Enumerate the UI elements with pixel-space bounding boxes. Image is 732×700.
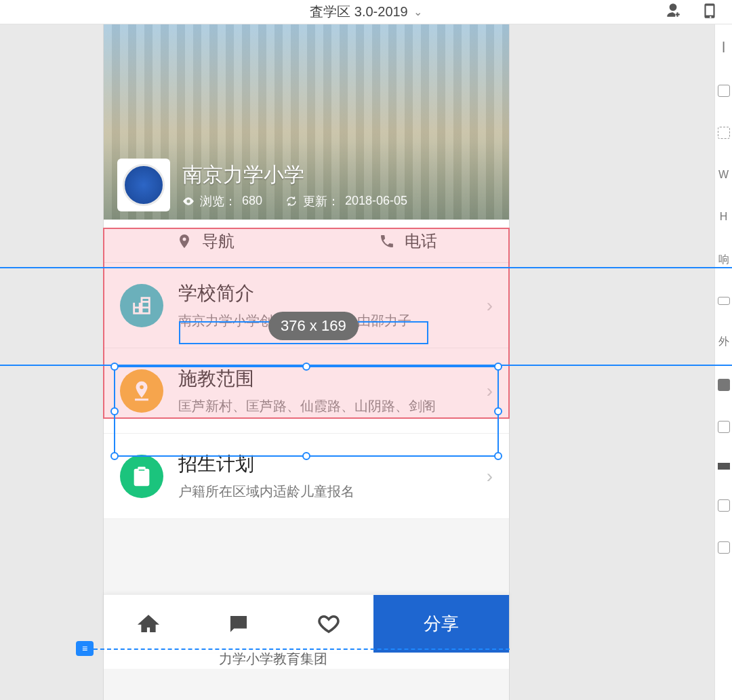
add-user-icon[interactable] — [664, 2, 682, 23]
chevron-down-icon: ⌄ — [413, 5, 422, 18]
updated-date: 2018-06-05 — [345, 194, 407, 208]
phone-icon — [379, 233, 395, 249]
panel-box-icon[interactable] — [718, 297, 730, 305]
views-count: 680 — [242, 194, 262, 208]
phone-button[interactable]: 电话 — [306, 220, 509, 262]
panel-label-h: H — [720, 211, 728, 223]
panel-box-icon[interactable] — [718, 421, 730, 433]
nav-label: 导航 — [202, 230, 235, 252]
school-logo — [117, 159, 170, 211]
eye-icon — [182, 195, 195, 207]
panel-box-icon[interactable] — [718, 379, 730, 391]
panel-box-icon[interactable] — [718, 85, 730, 97]
favorite-button[interactable] — [283, 595, 373, 653]
panel-label-responsive: 响 — [718, 253, 729, 267]
panel-label-w: W — [718, 169, 729, 181]
info-list: 学校简介 南京力学小学创建于1947年，由邵力子 › 施教范围 匡芦新村、匡芦路… — [104, 263, 509, 519]
item-title: 施教范围 — [178, 366, 472, 392]
clipboard-icon — [120, 455, 163, 498]
school-header: 南京力学小学 浏览： 680 更新： 2018-06-05 — [104, 24, 509, 220]
chevron-right-icon: › — [487, 295, 493, 316]
updated-label: 更新： — [303, 193, 340, 209]
bottom-bar: 分享 — [104, 594, 509, 653]
panel-tab-icon[interactable]: 丨 — [718, 41, 729, 55]
share-label: 分享 — [424, 612, 459, 636]
item-sub: 户籍所在区域内适龄儿童报名 — [178, 482, 472, 501]
device-canvas[interactable]: 南京力学小学 浏览： 680 更新： 2018-06-05 — [103, 24, 510, 700]
feedback-button[interactable] — [194, 595, 284, 653]
panel-box-icon[interactable] — [718, 499, 730, 512]
views-label: 浏览： — [200, 193, 237, 209]
project-title-dropdown[interactable]: 査学区 3.0-2019 ⌄ — [310, 3, 422, 21]
item-title: 学校简介 — [178, 281, 472, 306]
map-pin-icon — [120, 369, 163, 413]
panel-box-icon[interactable] — [718, 541, 730, 554]
item-sub: 南京力学小学创建于1947年，由邵力子 — [178, 312, 472, 330]
chat-alert-icon — [227, 613, 250, 636]
home-icon — [137, 613, 160, 636]
panel-label-outer: 外 — [718, 335, 729, 349]
school-name: 南京力学小学 — [182, 161, 407, 189]
refresh-icon — [285, 195, 298, 207]
project-title: 査学区 3.0-2019 — [310, 3, 408, 21]
properties-panel: 丨 W H 响 外 — [714, 24, 732, 700]
phone-label: 电话 — [405, 230, 437, 252]
list-item-area[interactable]: 施教范围 匡芦新村、匡芦路、仙霞路、山阴路、剑阁 › — [104, 348, 509, 434]
item-sub: 匡芦新村、匡芦路、仙霞路、山阴路、剑阁 — [178, 397, 472, 415]
item-title: 招生计划 — [178, 451, 472, 477]
share-button[interactable]: 分享 — [373, 595, 509, 653]
heart-icon — [317, 613, 340, 636]
pin-icon — [176, 233, 192, 249]
panel-solid-icon[interactable] — [718, 463, 730, 470]
views-meta: 浏览： 680 — [182, 193, 262, 209]
updated-meta: 更新： 2018-06-05 — [285, 193, 407, 209]
chevron-right-icon: › — [487, 380, 493, 402]
list-item-intro[interactable]: 学校简介 南京力学小学创建于1947年，由邵力子 › — [104, 263, 509, 348]
chevron-right-icon: › — [487, 466, 493, 487]
nav-button[interactable]: 导航 — [104, 220, 306, 262]
phone-device-icon[interactable] — [701, 2, 718, 23]
action-row: 导航 电话 — [104, 220, 509, 263]
annotation-badge[interactable]: ≡ — [76, 641, 94, 656]
design-tool-topbar: 査学区 3.0-2019 ⌄ — [0, 0, 732, 24]
building-icon — [120, 284, 163, 327]
panel-box-icon[interactable] — [718, 127, 730, 139]
home-button[interactable] — [104, 595, 194, 653]
list-item-enroll[interactable]: 招生计划 户籍所在区域内适龄儿童报名 › — [104, 434, 509, 519]
